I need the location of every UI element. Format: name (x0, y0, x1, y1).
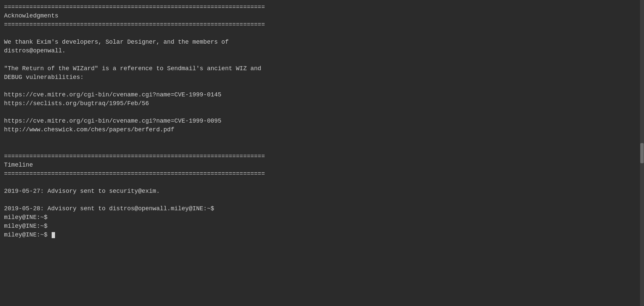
terminal-output: ========================================… (4, 3, 636, 239)
scrollbar-thumb[interactable] (640, 143, 644, 163)
scrollbar[interactable] (640, 0, 644, 306)
terminal-cursor (52, 232, 55, 238)
terminal-window[interactable]: ========================================… (0, 0, 640, 306)
